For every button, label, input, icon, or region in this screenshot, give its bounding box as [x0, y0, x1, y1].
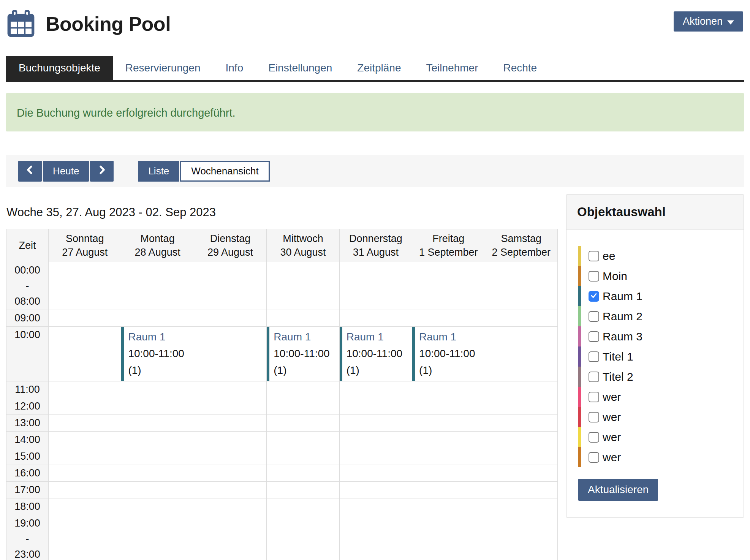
calendar-cell[interactable]: [267, 465, 339, 482]
calendar-cell[interactable]: [339, 398, 412, 415]
calendar-cell[interactable]: [194, 482, 266, 498]
calendar-cell[interactable]: [412, 465, 485, 482]
calendar-cell[interactable]: [49, 310, 121, 327]
calendar-cell[interactable]: [194, 432, 266, 448]
calendar-cell[interactable]: [267, 515, 339, 560]
calendar-cell[interactable]: [194, 448, 266, 465]
calendar-cell[interactable]: [121, 482, 194, 498]
calendar-cell[interactable]: [267, 448, 339, 465]
object-item[interactable]: wer: [578, 387, 733, 407]
calendar-cell[interactable]: [194, 262, 266, 310]
calendar-cell[interactable]: [194, 415, 266, 432]
update-button[interactable]: Aktualisieren: [578, 479, 658, 501]
calendar-cell[interactable]: [121, 515, 194, 560]
calendar-cell[interactable]: [49, 327, 121, 381]
calendar-cell[interactable]: [412, 482, 485, 498]
calendar-cell[interactable]: [339, 310, 412, 327]
calendar-cell[interactable]: [339, 515, 412, 560]
next-week-button[interactable]: [90, 161, 114, 182]
calendar-cell[interactable]: [49, 498, 121, 515]
tab-zeitplaene[interactable]: Zeitpläne: [345, 56, 413, 80]
calendar-cell[interactable]: [267, 381, 339, 398]
object-checkbox[interactable]: [589, 311, 599, 322]
calendar-cell[interactable]: [49, 415, 121, 432]
calendar-cell[interactable]: [485, 398, 557, 415]
object-checkbox[interactable]: [589, 291, 599, 302]
object-item[interactable]: Raum 1: [578, 286, 733, 306]
calendar-cell[interactable]: [412, 398, 485, 415]
calendar-cell[interactable]: [267, 498, 339, 515]
calendar-cell[interactable]: [412, 415, 485, 432]
calendar-cell[interactable]: [412, 515, 485, 560]
booking-event[interactable]: Raum 110:00-11:00(1): [267, 327, 339, 381]
calendar-cell[interactable]: [412, 448, 485, 465]
calendar-cell[interactable]: [49, 515, 121, 560]
object-item[interactable]: ee: [578, 246, 733, 266]
calendar-cell[interactable]: [194, 498, 266, 515]
object-checkbox[interactable]: [589, 372, 599, 382]
calendar-cell[interactable]: [121, 465, 194, 482]
calendar-cell[interactable]: [339, 381, 412, 398]
calendar-cell[interactable]: [412, 262, 485, 310]
calendar-cell[interactable]: [412, 498, 485, 515]
calendar-cell[interactable]: [339, 415, 412, 432]
calendar-cell[interactable]: [339, 432, 412, 448]
calendar-cell[interactable]: [194, 310, 266, 327]
booking-event[interactable]: Raum 110:00-11:00(1): [121, 327, 193, 381]
tab-reservierungen[interactable]: Reservierungen: [113, 56, 213, 80]
object-checkbox[interactable]: [589, 452, 599, 463]
calendar-cell[interactable]: [485, 310, 557, 327]
calendar-cell[interactable]: [49, 398, 121, 415]
calendar-cell[interactable]: [267, 482, 339, 498]
object-checkbox[interactable]: [589, 351, 599, 362]
calendar-cell[interactable]: [121, 432, 194, 448]
object-checkbox[interactable]: [589, 392, 599, 402]
calendar-cell[interactable]: [339, 448, 412, 465]
calendar-cell[interactable]: [49, 432, 121, 448]
calendar-cell[interactable]: [485, 465, 557, 482]
calendar-cell[interactable]: Raum 110:00-11:00(1): [267, 327, 339, 381]
calendar-cell[interactable]: [194, 465, 266, 482]
calendar-cell[interactable]: [485, 515, 557, 560]
actions-button[interactable]: Aktionen: [674, 11, 743, 32]
object-item[interactable]: wer: [578, 447, 733, 467]
calendar-cell[interactable]: [339, 482, 412, 498]
calendar-cell[interactable]: Raum 110:00-11:00(1): [339, 327, 412, 381]
prev-week-button[interactable]: [18, 161, 42, 182]
object-checkbox[interactable]: [589, 271, 599, 282]
calendar-cell[interactable]: [194, 398, 266, 415]
object-checkbox[interactable]: [589, 432, 599, 443]
calendar-cell[interactable]: [485, 381, 557, 398]
calendar-cell[interactable]: [485, 498, 557, 515]
calendar-cell[interactable]: [412, 432, 485, 448]
calendar-cell[interactable]: [194, 381, 266, 398]
object-item[interactable]: wer: [578, 427, 733, 447]
object-item[interactable]: Moin: [578, 266, 733, 286]
calendar-cell[interactable]: [121, 448, 194, 465]
calendar-cell[interactable]: [194, 515, 266, 560]
calendar-cell[interactable]: [49, 262, 121, 310]
tab-teilnehmer[interactable]: Teilnehmer: [414, 56, 491, 80]
calendar-cell[interactable]: [267, 262, 339, 310]
calendar-cell[interactable]: [339, 465, 412, 482]
calendar-cell[interactable]: [49, 448, 121, 465]
calendar-cell[interactable]: [121, 262, 194, 310]
calendar-cell[interactable]: [485, 448, 557, 465]
calendar-cell[interactable]: [412, 310, 485, 327]
object-item[interactable]: Raum 2: [578, 306, 733, 326]
calendar-cell[interactable]: [267, 310, 339, 327]
calendar-cell[interactable]: [412, 381, 485, 398]
calendar-cell[interactable]: [194, 327, 266, 381]
object-checkbox[interactable]: [589, 331, 599, 342]
calendar-cell[interactable]: [267, 415, 339, 432]
object-item[interactable]: wer: [578, 407, 733, 427]
booking-event[interactable]: Raum 110:00-11:00(1): [340, 327, 412, 381]
object-checkbox[interactable]: [589, 251, 599, 261]
booking-event[interactable]: Raum 110:00-11:00(1): [412, 327, 484, 381]
calendar-cell[interactable]: [49, 381, 121, 398]
view-toggle-wochenansicht[interactable]: Wochenansicht: [180, 161, 269, 182]
calendar-cell[interactable]: [339, 262, 412, 310]
calendar-cell[interactable]: [485, 327, 557, 381]
calendar-cell[interactable]: [267, 398, 339, 415]
calendar-cell[interactable]: [49, 482, 121, 498]
